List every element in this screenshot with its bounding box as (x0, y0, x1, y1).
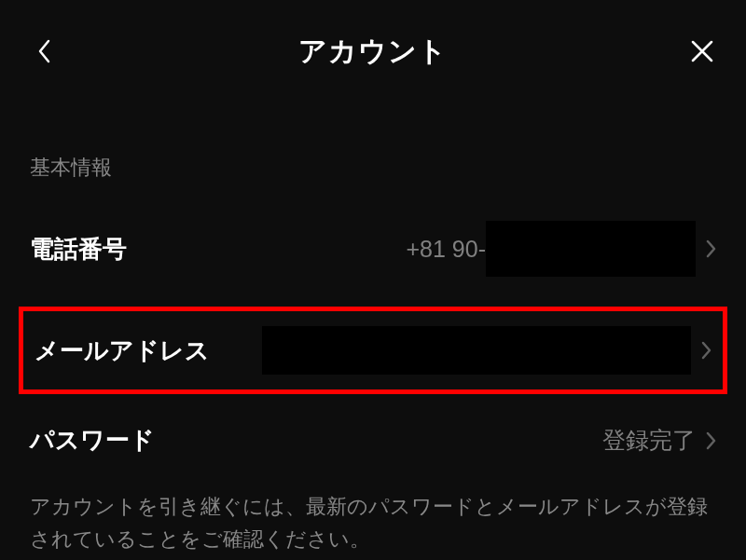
row-email-highlight: メールアドレス (19, 307, 727, 394)
chevron-right-icon (700, 341, 711, 360)
row-email-label: メールアドレス (35, 335, 210, 367)
row-password-right: 登録完了 (602, 425, 716, 456)
row-phone-value-wrap: +81 90- (407, 221, 697, 277)
row-password[interactable]: パスワード 登録完了 (0, 402, 746, 479)
close-button[interactable] (688, 37, 716, 65)
row-password-value: 登録完了 (602, 425, 696, 456)
redacted-phone (486, 221, 696, 277)
row-email-right (262, 326, 711, 375)
row-phone-right: +81 90- (407, 221, 717, 277)
page-title: アカウント (298, 33, 448, 71)
footer-text: アカウントを引き継ぐには、最新のパスワードとメールアドレスが登録されていることを… (0, 479, 746, 555)
row-email[interactable]: メールアドレス (23, 311, 723, 389)
header: アカウント (0, 0, 746, 102)
close-icon (690, 39, 714, 63)
section-header-basic-info: 基本情報 (0, 102, 746, 198)
back-button[interactable] (30, 37, 58, 65)
row-phone-label: 電話番号 (30, 233, 127, 266)
row-phone[interactable]: 電話番号 +81 90- (0, 198, 746, 299)
chevron-left-icon (36, 38, 51, 64)
row-phone-value-prefix: +81 90- (407, 236, 487, 263)
redacted-email (262, 326, 691, 375)
chevron-right-icon (705, 431, 716, 450)
chevron-right-icon (705, 239, 716, 258)
row-password-label: パスワード (30, 424, 155, 457)
